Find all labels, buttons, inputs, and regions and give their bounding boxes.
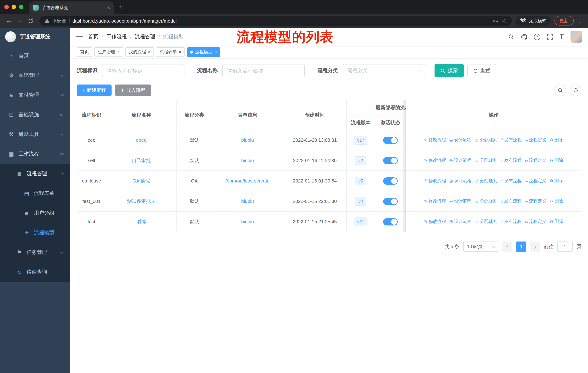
sidebar-item-infrastructure[interactable]: ⊡基础设施 xyxy=(0,105,70,125)
process-name-link[interactable]: 测试多审批人 xyxy=(127,198,156,204)
breadcrumb-item[interactable]: 工作流程 xyxy=(106,33,127,40)
assign-rule-link[interactable]: ☺分配规则 xyxy=(475,178,497,184)
delete-link[interactable]: ♻删除 xyxy=(550,219,563,225)
delete-link[interactable]: ♻删除 xyxy=(550,157,563,163)
design-process-link[interactable]: ◎设计流程 xyxy=(449,157,471,163)
process-name-link[interactable]: 滔博 xyxy=(136,219,146,224)
tag-close-icon[interactable]: × xyxy=(179,50,181,54)
active-toggle[interactable] xyxy=(383,218,398,225)
form-link[interactable]: /bpm/oa/leave/create xyxy=(225,178,270,184)
back-icon[interactable]: ← xyxy=(4,16,14,26)
active-toggle[interactable] xyxy=(383,157,398,164)
breadcrumb-item[interactable]: 首页 xyxy=(88,33,98,40)
breadcrumb-item[interactable]: 流程管理 xyxy=(135,33,155,40)
sidebar-item-devtools[interactable]: ⚒研发工具 xyxy=(0,125,70,144)
url-text[interactable]: dashboard.yudao.iocoder.cn/bpm/manager/m… xyxy=(72,18,489,23)
process-definition-link[interactable]: ∞流程定义 xyxy=(525,178,546,184)
fullscreen-icon[interactable] xyxy=(547,34,553,40)
sidebar-item-leave-query[interactable]: ☺请假查询 xyxy=(0,262,70,282)
process-definition-link[interactable]: ∞流程定义 xyxy=(525,219,546,225)
help-icon[interactable]: ? xyxy=(534,34,540,40)
sidebar-item-payment[interactable]: ¥支付管理 xyxy=(0,85,70,105)
process-definition-link[interactable]: ∞流程定义 xyxy=(525,157,546,163)
design-process-link[interactable]: ◎设计流程 xyxy=(449,137,471,143)
design-process-link[interactable]: ◎设计流程 xyxy=(449,198,471,204)
assign-rule-link[interactable]: ☺分配规则 xyxy=(475,198,497,204)
sidebar-item-process-form[interactable]: ▤流程表单 xyxy=(0,184,70,203)
tag-首页[interactable]: 首页 xyxy=(77,47,92,57)
sidebar-item-task-management[interactable]: ⚑任务管理 xyxy=(0,242,70,262)
active-toggle[interactable] xyxy=(383,198,398,205)
publish-process-link[interactable]: ☝发布流程 xyxy=(501,137,522,143)
security-label[interactable]: 不安全 xyxy=(52,18,66,24)
delete-link[interactable]: ♻删除 xyxy=(550,178,563,184)
publish-process-link[interactable]: ☝发布流程 xyxy=(501,157,522,163)
process-definition-link[interactable]: ∞流程定义 xyxy=(525,198,546,204)
tag-我的流程[interactable]: 我的流程× xyxy=(125,47,154,57)
modify-process-link[interactable]: ✎修改流程 xyxy=(424,178,446,184)
github-icon[interactable] xyxy=(521,34,527,40)
sidebar-logo[interactable]: 芋道管理系统 xyxy=(0,28,70,46)
form-link[interactable]: biubiu xyxy=(241,137,254,143)
key-icon[interactable] xyxy=(492,18,498,24)
update-button[interactable]: 更新 xyxy=(555,16,574,26)
assign-rule-link[interactable]: ☺分配规则 xyxy=(475,157,497,163)
reset-button[interactable]: 重置 xyxy=(467,64,496,77)
current-page[interactable]: 1 xyxy=(516,242,526,252)
active-toggle[interactable] xyxy=(383,136,398,144)
tag-close-icon[interactable]: × xyxy=(214,50,217,54)
design-process-link[interactable]: ◎设计流程 xyxy=(449,178,471,184)
tab-close-icon[interactable]: × xyxy=(107,5,110,10)
process-category-select[interactable]: 流程分类 xyxy=(343,64,425,77)
assign-rule-link[interactable]: ☺分配规则 xyxy=(475,137,497,143)
publish-process-link[interactable]: ☝发布流程 xyxy=(501,219,522,225)
form-link[interactable]: biubiu xyxy=(241,158,254,163)
user-avatar[interactable] xyxy=(570,31,582,43)
import-process-button[interactable]: ↥ 导入流程 xyxy=(115,84,151,96)
tag-租户管理[interactable]: 租户管理× xyxy=(94,47,123,57)
modify-process-link[interactable]: ✎修改流程 xyxy=(424,219,446,225)
search-icon[interactable] xyxy=(508,34,514,40)
delete-link[interactable]: ♻删除 xyxy=(550,137,563,143)
fullscreen-window-button[interactable] xyxy=(19,5,23,9)
sidebar-item-user-group[interactable]: ☻用户分组 xyxy=(0,203,70,223)
assign-rule-link[interactable]: ☺分配规则 xyxy=(475,219,497,225)
close-window-button[interactable] xyxy=(4,5,9,9)
active-toggle[interactable] xyxy=(383,177,398,184)
hamburger-icon[interactable] xyxy=(76,34,83,39)
sidebar-item-process-model[interactable]: ✈流程模型 xyxy=(0,223,70,242)
publish-process-link[interactable]: ☝发布流程 xyxy=(501,198,522,204)
tag-流程表单[interactable]: 流程表单× xyxy=(156,47,185,57)
browser-tab[interactable]: 芋道管理系统 × xyxy=(29,1,114,14)
process-definition-link[interactable]: ∞流程定义 xyxy=(525,137,546,143)
publish-process-link[interactable]: ☝发布流程 xyxy=(501,178,522,184)
reload-icon[interactable] xyxy=(26,16,36,26)
create-process-button[interactable]: + 新建流程 xyxy=(77,84,111,96)
process-name-link[interactable]: 自己审批 xyxy=(132,158,151,163)
goto-page-input[interactable] xyxy=(557,242,573,252)
design-process-link[interactable]: ◎设计流程 xyxy=(449,219,471,225)
search-button[interactable]: 搜索 xyxy=(435,64,464,77)
new-tab-button[interactable]: + xyxy=(119,3,123,11)
forward-icon[interactable]: → xyxy=(15,16,25,26)
refresh-button[interactable] xyxy=(570,84,581,96)
minimize-window-button[interactable] xyxy=(12,5,16,9)
sidebar-item-process-management[interactable]: ≣流程管理 xyxy=(0,164,70,184)
next-page-button[interactable] xyxy=(530,242,540,252)
process-name-link[interactable]: OA 请假 xyxy=(133,178,150,183)
font-size-icon[interactable]: T xyxy=(560,33,564,40)
tag-流程模型[interactable]: 流程模型× xyxy=(187,47,220,57)
modify-process-link[interactable]: ✎修改流程 xyxy=(424,137,446,143)
sidebar-item-system[interactable]: ⚙系统管理 xyxy=(0,66,70,85)
url-bar[interactable]: 不安全 dashboard.yudao.iocoder.cn/bpm/manag… xyxy=(39,16,512,26)
browser-menu-icon[interactable]: ⋮ xyxy=(578,18,584,24)
process-name-link[interactable]: eeee xyxy=(136,137,147,143)
sidebar-item-home[interactable]: ◔首页 xyxy=(0,46,70,66)
page-size-select[interactable]: 10条/页 xyxy=(463,242,498,252)
form-link[interactable]: biubiu xyxy=(241,219,254,224)
prev-page-button[interactable] xyxy=(502,242,512,252)
bookmark-star-icon[interactable]: ☆ xyxy=(502,18,507,24)
tag-close-icon[interactable]: × xyxy=(117,50,120,54)
process-id-input[interactable] xyxy=(102,64,184,77)
sidebar-item-workflow[interactable]: ▣工作流程 xyxy=(0,144,70,164)
